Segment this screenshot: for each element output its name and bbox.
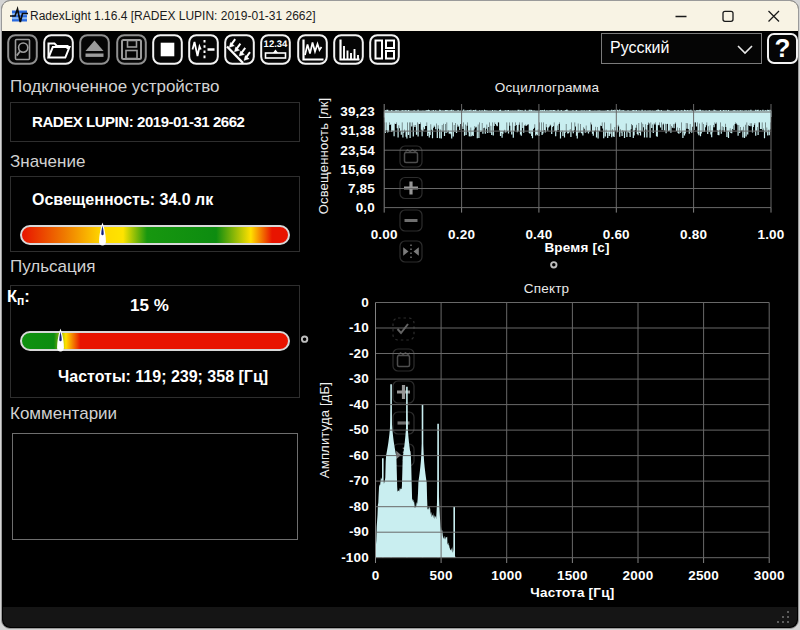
svg-text:12.34: 12.34 bbox=[264, 39, 288, 50]
svg-text:0.20: 0.20 bbox=[448, 227, 475, 242]
svg-text:1.00: 1.00 bbox=[757, 227, 784, 242]
svg-text:-90: -90 bbox=[349, 524, 369, 539]
svg-text:-80: -80 bbox=[349, 499, 369, 514]
svg-text:-20: -20 bbox=[349, 346, 369, 361]
svg-text:2500: 2500 bbox=[688, 568, 719, 583]
svg-text:15,69: 15,69 bbox=[340, 162, 375, 177]
svg-text:0,0: 0,0 bbox=[356, 200, 375, 215]
svg-text:7,85: 7,85 bbox=[348, 181, 375, 196]
svg-text:0: 0 bbox=[361, 295, 369, 310]
svg-text:-40: -40 bbox=[349, 397, 369, 412]
svg-text:23,54: 23,54 bbox=[340, 143, 375, 158]
svg-text:Спектр: Спектр bbox=[524, 281, 570, 296]
svg-text:1500: 1500 bbox=[557, 568, 588, 583]
svg-text:3000: 3000 bbox=[754, 568, 785, 583]
svg-text:-100: -100 bbox=[341, 550, 369, 565]
svg-text:-70: -70 bbox=[349, 473, 369, 488]
svg-text:0.00: 0.00 bbox=[371, 227, 398, 242]
svg-text:-30: -30 bbox=[349, 371, 369, 386]
svg-text:-10: -10 bbox=[349, 320, 369, 335]
svg-text:-50: -50 bbox=[349, 422, 369, 437]
svg-text:1000: 1000 bbox=[491, 568, 522, 583]
svg-text:Осциллограмма: Осциллограмма bbox=[495, 80, 600, 95]
svg-text:0: 0 bbox=[372, 568, 380, 583]
svg-text:0.80: 0.80 bbox=[680, 227, 707, 242]
svg-text:-60: -60 bbox=[349, 448, 369, 463]
svg-text:Амплитуда [дБ]: Амплитуда [дБ] bbox=[317, 382, 332, 478]
svg-text:31,38: 31,38 bbox=[340, 123, 375, 138]
svg-text:500: 500 bbox=[430, 568, 453, 583]
svg-text:Освещенность [лк]: Освещенность [лк] bbox=[316, 98, 331, 215]
svg-text:39,23: 39,23 bbox=[340, 104, 375, 119]
svg-text:Время [с]: Время [с] bbox=[544, 240, 609, 255]
svg-text:Частота [Гц]: Частота [Гц] bbox=[530, 585, 614, 600]
svg-text:2000: 2000 bbox=[623, 568, 654, 583]
